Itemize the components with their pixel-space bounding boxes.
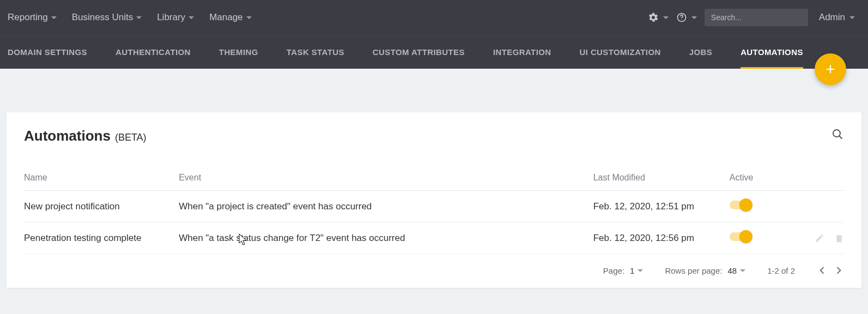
add-automation-button[interactable]: +	[815, 53, 846, 85]
cell-name: Penetration testing complete	[24, 222, 179, 254]
pager-range: 1-2 of 2	[767, 266, 795, 275]
nav-business-units[interactable]: Business Units	[72, 12, 142, 23]
beta-badge: (BETA)	[115, 132, 147, 143]
table-search-button[interactable]	[831, 128, 844, 143]
chevron-down-icon	[849, 16, 855, 19]
admin-label: Admin	[819, 12, 845, 23]
pager-nav	[817, 265, 844, 276]
card-header: Automations (BETA)	[24, 128, 844, 144]
help-menu[interactable]	[676, 12, 697, 23]
cell-active	[730, 222, 795, 254]
nav-reporting[interactable]: Reporting	[8, 12, 57, 23]
pager-page-group: Page: 1	[603, 266, 644, 275]
cell-event: When "a task status change for T2" event…	[179, 222, 593, 254]
col-header-name: Name	[24, 165, 179, 191]
pager-prev[interactable]	[817, 265, 828, 276]
pager-page-select[interactable]: 1	[630, 266, 643, 275]
pager-rpp-label: Rows per page:	[665, 266, 722, 275]
cell-modified: Feb. 12, 2020, 12:56 pm	[593, 222, 730, 254]
page-title: Automations	[24, 128, 111, 144]
pager-rpp-value: 48	[727, 266, 737, 275]
table-row[interactable]: Penetration testing complete When "a tas…	[24, 222, 844, 254]
svg-point-1	[681, 20, 682, 20]
tab-jobs[interactable]: JOBS	[689, 35, 712, 69]
col-header-actions	[795, 165, 844, 191]
pager: Page: 1 Rows per page: 48 1-2 of 2	[24, 254, 844, 278]
gear-icon	[648, 12, 659, 23]
topbar: Reporting Business Units Library Manage …	[0, 0, 868, 35]
toggle-knob	[739, 198, 752, 212]
plus-icon: +	[825, 60, 835, 78]
chevron-down-icon	[740, 269, 745, 272]
cell-event: When "a project is created" event has oc…	[179, 191, 593, 222]
nav-library[interactable]: Library	[157, 12, 194, 23]
chevron-down-icon	[189, 16, 194, 19]
nav-label: Manage	[209, 12, 242, 23]
tab-custom-attributes[interactable]: CUSTOM ATTRIBUTES	[373, 35, 465, 69]
edit-icon[interactable]	[815, 233, 824, 243]
nav-manage[interactable]: Manage	[209, 12, 251, 23]
chevron-down-icon	[691, 16, 697, 19]
cell-actions	[795, 191, 844, 222]
col-header-active: Active	[730, 165, 795, 191]
col-header-event: Event	[179, 165, 593, 191]
cell-actions	[795, 222, 844, 254]
tab-ui-customization[interactable]: UI CUSTOMIZATION	[580, 35, 661, 69]
toggle-knob	[739, 230, 752, 243]
tab-task-status[interactable]: TASK STATUS	[287, 35, 344, 69]
tab-integration[interactable]: INTEGRATION	[493, 35, 551, 69]
svg-line-3	[839, 136, 842, 138]
tab-domain-settings[interactable]: DOMAIN SETTINGS	[8, 35, 87, 69]
tabbar: DOMAIN SETTINGS AUTHENTICATION THEMING T…	[0, 35, 868, 69]
primary-nav: Reporting Business Units Library Manage	[8, 12, 252, 23]
tab-authentication[interactable]: AUTHENTICATION	[116, 35, 191, 69]
pager-next[interactable]	[833, 265, 844, 276]
cell-modified: Feb. 12, 2020, 12:51 pm	[593, 191, 730, 222]
topbar-right: Admin	[648, 9, 860, 26]
table-row[interactable]: New project notification When "a project…	[24, 191, 844, 222]
tab-automations[interactable]: AUTOMATIONS	[740, 35, 803, 69]
col-header-modified: Last Modified	[593, 165, 730, 191]
chevron-left-icon	[817, 265, 828, 276]
chevron-right-icon	[833, 265, 844, 276]
table-header-row: Name Event Last Modified Active	[24, 165, 844, 191]
pager-rpp-group: Rows per page: 48	[665, 266, 745, 275]
chevron-down-icon	[246, 16, 252, 19]
settings-menu[interactable]	[648, 12, 669, 23]
help-icon	[676, 12, 687, 23]
tab-theming[interactable]: THEMING	[219, 35, 258, 69]
content: Automations (BETA) Name Event Last Modif…	[0, 69, 868, 288]
nav-label: Reporting	[8, 12, 48, 23]
chevron-down-icon	[136, 16, 142, 19]
active-toggle[interactable]	[730, 201, 751, 209]
chevron-down-icon	[638, 269, 643, 272]
admin-menu[interactable]: Admin	[816, 12, 860, 23]
search-icon	[831, 128, 844, 141]
chevron-down-icon	[51, 16, 57, 19]
active-toggle[interactable]	[730, 232, 751, 241]
automations-table: Name Event Last Modified Active New proj…	[24, 165, 844, 254]
chevron-down-icon	[663, 16, 669, 19]
pager-page-label: Page:	[603, 266, 624, 275]
search-input[interactable]	[705, 9, 808, 26]
cell-active	[730, 191, 795, 222]
cell-name: New project notification	[24, 191, 179, 222]
nav-label: Business Units	[72, 12, 133, 23]
nav-label: Library	[157, 12, 185, 23]
automations-card: Automations (BETA) Name Event Last Modif…	[7, 112, 861, 288]
pager-page-value: 1	[630, 266, 634, 275]
delete-icon[interactable]	[834, 233, 844, 243]
title-row: Automations (BETA)	[24, 128, 147, 144]
pager-rpp-select[interactable]: 48	[727, 266, 745, 275]
